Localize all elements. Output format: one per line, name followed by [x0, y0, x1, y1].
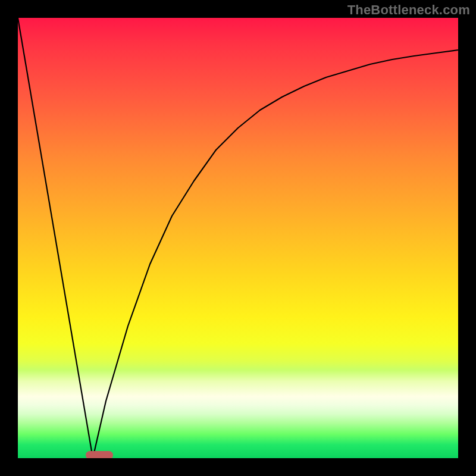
frame-bottom: [0, 458, 476, 476]
bottleneck-curve: [18, 18, 458, 458]
frame-right: [458, 0, 476, 476]
watermark-text: TheBottleneck.com: [347, 2, 470, 18]
frame-left: [0, 0, 18, 476]
plot-area: [18, 18, 458, 458]
vertex-marker: [86, 451, 113, 458]
curve-path: [18, 18, 458, 458]
